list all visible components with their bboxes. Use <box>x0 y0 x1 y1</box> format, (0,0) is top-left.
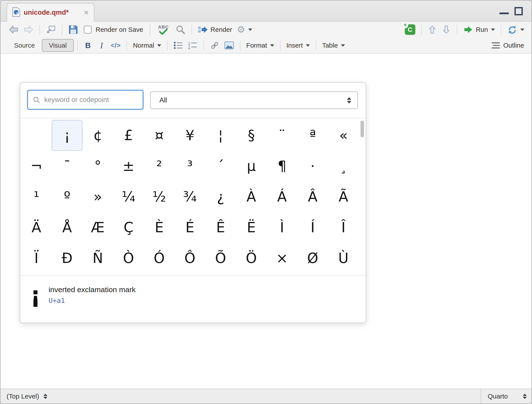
image-button[interactable] <box>222 38 236 52</box>
char-grid: ¡¢£¤¥¦§¨ª«¬¯°±²³´µ¶·¸¹º»¼½¾¿ÀÁÂÃÄÅÆÇÈÉÊË… <box>21 120 359 273</box>
char-cell[interactable]: ¬ <box>21 151 52 181</box>
char-cell[interactable]: Í <box>297 212 328 243</box>
char-cell[interactable]: ³ <box>175 151 205 181</box>
char-cell[interactable]: ¼ <box>113 181 144 212</box>
char-cell[interactable]: « <box>328 120 359 151</box>
char-cell[interactable]: ¥ <box>175 120 205 151</box>
numbered-list-button[interactable]: 1 2 <box>186 38 199 52</box>
source-mode-button[interactable]: Source <box>7 39 42 52</box>
render-options-button[interactable]: ⚙ <box>235 23 254 37</box>
char-cell[interactable]: µ <box>236 151 267 181</box>
char-cell[interactable]: » <box>82 181 113 212</box>
save-button[interactable] <box>66 23 80 37</box>
char-cell[interactable]: È <box>144 212 175 243</box>
char-cell[interactable]: Ñ <box>82 243 113 273</box>
char-cell[interactable]: ¢ <box>82 120 113 151</box>
char-cell[interactable]: Ð <box>52 243 82 273</box>
char-cell[interactable]: Ù <box>328 243 359 273</box>
tab-close-icon[interactable]: × <box>84 9 89 16</box>
char-cell[interactable] <box>21 120 52 151</box>
scope-selector[interactable]: (Top Level) <box>0 393 47 400</box>
char-cell[interactable]: º <box>52 181 82 212</box>
open-in-new-window-button[interactable] <box>44 23 58 37</box>
char-cell[interactable]: ½ <box>144 181 175 212</box>
insert-menu[interactable]: Insert <box>285 38 312 52</box>
char-cell[interactable]: Ì <box>267 212 297 243</box>
char-cell[interactable]: Â <box>297 181 328 212</box>
spellcheck-button[interactable]: ABC <box>154 23 172 37</box>
char-cell[interactable]: ± <box>113 151 144 181</box>
paragraph-style-dropdown[interactable]: Normal <box>131 38 163 52</box>
char-cell[interactable]: É <box>175 212 205 243</box>
char-cell[interactable]: £ <box>113 120 144 151</box>
char-cell[interactable]: · <box>297 151 328 181</box>
tab-unicode-qmd[interactable]: unicode.qmd* × <box>6 3 94 21</box>
char-cell[interactable]: Î <box>328 212 359 243</box>
picker-header: All <box>20 83 366 118</box>
checkbox-box[interactable] <box>84 26 92 34</box>
char-cell[interactable]: Ï <box>21 243 52 273</box>
char-cell[interactable]: ¤ <box>144 120 175 151</box>
char-cell[interactable]: ° <box>82 151 113 181</box>
outline-toggle-button[interactable]: Outline <box>490 38 526 52</box>
char-cell[interactable]: § <box>236 120 267 151</box>
table-menu-label: Table <box>322 42 338 49</box>
go-previous-section-button[interactable] <box>426 23 439 37</box>
bullet-list-button[interactable] <box>172 38 185 52</box>
char-cell[interactable]: Å <box>52 212 82 243</box>
render-on-save-checkbox[interactable]: Render on Save <box>84 26 143 34</box>
char-cell[interactable]: ² <box>144 151 175 181</box>
editor-canvas[interactable]: All ¡¢£¤¥¦§¨ª«¬¯°±²³´µ¶·¸¹º»¼½¾¿ÀÁÂÃÄÅÆÇ… <box>0 54 532 389</box>
char-cell[interactable]: ´ <box>205 151 236 181</box>
char-cell[interactable]: Ã <box>328 181 359 212</box>
run-button[interactable]: Run <box>461 23 497 37</box>
status-bar: (Top Level) Quarto <box>0 389 532 404</box>
scrollbar-thumb[interactable] <box>361 121 364 137</box>
char-cell[interactable]: Ø <box>297 243 328 273</box>
visual-mode-button[interactable]: Visual <box>42 39 74 52</box>
char-cell[interactable]: ¦ <box>205 120 236 151</box>
char-cell[interactable]: ¡ <box>52 120 82 151</box>
source-document-button[interactable] <box>506 23 526 37</box>
table-menu[interactable]: Table <box>320 38 347 52</box>
char-cell[interactable]: Ê <box>205 212 236 243</box>
render-icon <box>198 25 208 35</box>
char-cell[interactable]: ¯ <box>52 151 82 181</box>
char-cell[interactable]: Ô <box>175 243 205 273</box>
italic-button[interactable]: I <box>95 38 108 52</box>
insert-chunk-button[interactable]: + C <box>403 23 417 37</box>
char-cell[interactable]: À <box>236 181 267 212</box>
char-cell[interactable]: ¨ <box>267 120 297 151</box>
render-button[interactable]: Render <box>196 23 234 37</box>
inline-code-button[interactable]: </> <box>109 38 122 52</box>
char-cell[interactable]: Ä <box>21 212 52 243</box>
go-next-section-button[interactable] <box>440 23 453 37</box>
format-menu[interactable]: Format <box>245 38 276 52</box>
search-box[interactable] <box>27 90 144 110</box>
char-cell[interactable]: Ö <box>236 243 267 273</box>
char-cell[interactable]: Ç <box>113 212 144 243</box>
back-button[interactable] <box>7 23 20 37</box>
find-button[interactable] <box>174 23 187 37</box>
char-cell[interactable]: Æ <box>82 212 113 243</box>
doc-type-selector[interactable]: Quarto <box>481 389 532 404</box>
char-cell[interactable]: ¶ <box>267 151 297 181</box>
char-cell[interactable]: ¹ <box>21 181 52 212</box>
maximize-icon[interactable] <box>514 7 523 15</box>
char-cell[interactable]: ¾ <box>175 181 205 212</box>
char-cell[interactable]: ¸ <box>328 151 359 181</box>
char-cell[interactable]: Ó <box>144 243 175 273</box>
forward-button[interactable] <box>22 23 35 37</box>
char-cell[interactable]: Á <box>267 181 297 212</box>
category-select[interactable]: All <box>150 91 358 109</box>
search-input[interactable] <box>44 96 138 104</box>
char-cell[interactable]: ¿ <box>205 181 236 212</box>
char-cell[interactable]: × <box>267 243 297 273</box>
minimize-icon[interactable] <box>500 13 509 14</box>
char-cell[interactable]: Õ <box>205 243 236 273</box>
link-button[interactable] <box>208 38 221 52</box>
char-cell[interactable]: ª <box>297 120 328 151</box>
char-cell[interactable]: Ë <box>236 212 267 243</box>
bold-button[interactable]: B <box>82 38 94 52</box>
char-cell[interactable]: Ò <box>113 243 144 273</box>
